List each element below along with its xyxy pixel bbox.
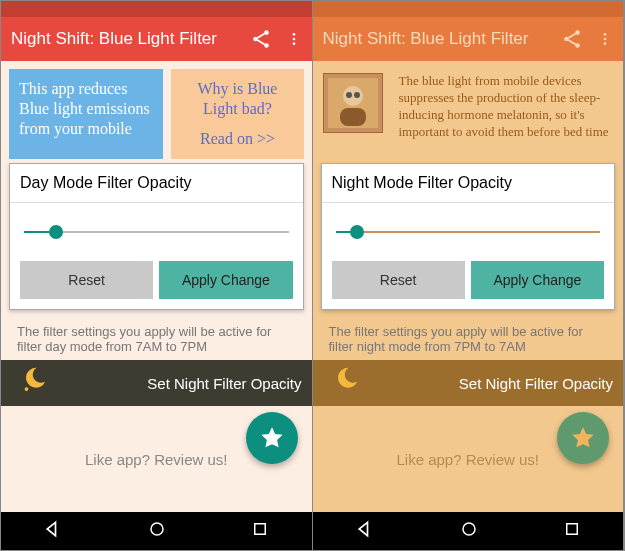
fab-star[interactable]: [246, 412, 298, 464]
svg-rect-21: [566, 524, 577, 535]
svg-point-18: [346, 92, 352, 98]
nav-recent-icon[interactable]: [563, 520, 581, 542]
reset-button[interactable]: Reset: [20, 261, 153, 299]
svg-point-5: [292, 42, 295, 45]
opacity-card: Day Mode Filter Opacity Reset Apply Chan…: [9, 163, 304, 310]
svg-rect-17: [340, 108, 366, 126]
nav-home-icon[interactable]: [148, 520, 166, 542]
app-bar: Night Shift: Blue Light Filter: [313, 17, 624, 61]
svg-point-12: [604, 33, 607, 36]
svg-rect-8: [255, 524, 266, 535]
svg-point-3: [292, 33, 295, 36]
info-text: The blue light from mobile devices suppr…: [391, 73, 614, 141]
nav-home-icon[interactable]: [460, 520, 478, 542]
info-row: This app reduces Blue light emissions fr…: [9, 69, 304, 159]
status-bar: [313, 1, 624, 17]
nav-back-icon[interactable]: [355, 519, 375, 543]
night-strip-label: Set Night Filter Opacity: [459, 375, 613, 392]
svg-point-16: [343, 86, 363, 106]
opacity-slider[interactable]: [24, 221, 289, 243]
night-strip-label: Set Night Filter Opacity: [147, 375, 301, 392]
card-title: Day Mode Filter Opacity: [10, 164, 303, 203]
more-icon[interactable]: [597, 28, 613, 50]
night-strip[interactable]: Set Night Filter Opacity: [313, 360, 624, 406]
svg-point-13: [604, 38, 607, 41]
content-area: The blue light from mobile devices suppr…: [313, 61, 624, 512]
content-area: This app reduces Blue light emissions fr…: [1, 61, 312, 512]
app-bar: Night Shift: Blue Light Filter: [1, 17, 312, 61]
card-title: Night Mode Filter Opacity: [322, 164, 615, 203]
svg-point-19: [354, 92, 360, 98]
author-avatar: [323, 73, 383, 133]
nav-recent-icon[interactable]: [251, 520, 269, 542]
moon-icon: [331, 364, 361, 397]
opacity-card: Night Mode Filter Opacity Reset Apply Ch…: [321, 163, 616, 310]
hint-text: The filter settings you apply will be ac…: [321, 316, 616, 360]
phone-left: Night Shift: Blue Light Filter This app …: [1, 1, 313, 550]
opacity-slider[interactable]: [336, 221, 601, 243]
info-orange-read: Read on >>: [181, 129, 293, 149]
reset-button[interactable]: Reset: [332, 261, 465, 299]
more-icon[interactable]: [286, 28, 302, 50]
svg-point-20: [463, 523, 475, 535]
info-row: The blue light from mobile devices suppr…: [321, 69, 616, 159]
moon-icon: [19, 364, 49, 397]
apply-button[interactable]: Apply Change: [159, 261, 292, 299]
info-box-orange[interactable]: Why is Blue Light bad? Read on >>: [171, 69, 303, 159]
night-strip[interactable]: Set Night Filter Opacity: [1, 360, 312, 406]
android-navbar: [1, 512, 312, 550]
apply-button[interactable]: Apply Change: [471, 261, 604, 299]
svg-point-4: [292, 38, 295, 41]
app-title: Night Shift: Blue Light Filter: [11, 29, 236, 49]
app-title: Night Shift: Blue Light Filter: [323, 29, 548, 49]
nav-back-icon[interactable]: [43, 519, 63, 543]
share-icon[interactable]: [561, 28, 583, 50]
info-orange-question: Why is Blue Light bad?: [181, 79, 293, 119]
android-navbar: [313, 512, 624, 550]
info-box-blue: This app reduces Blue light emissions fr…: [9, 69, 163, 159]
svg-point-6: [25, 387, 29, 391]
status-bar: [1, 1, 312, 17]
hint-text: The filter settings you apply will be ac…: [9, 316, 304, 360]
svg-point-14: [604, 42, 607, 45]
fab-star[interactable]: [557, 412, 609, 464]
svg-point-7: [151, 523, 163, 535]
phone-right: Night Shift: Blue Light Filter The blue …: [313, 1, 625, 550]
share-icon[interactable]: [250, 28, 272, 50]
